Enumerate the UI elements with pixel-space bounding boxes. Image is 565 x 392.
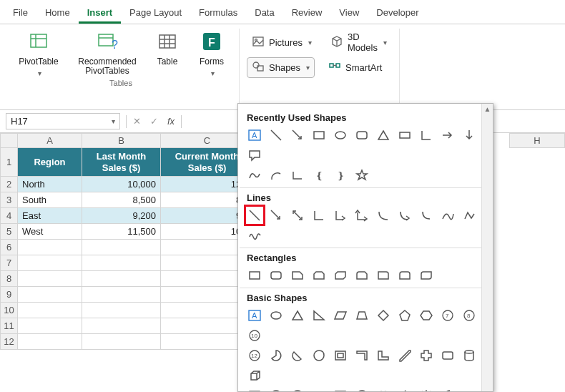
scroll-up-icon[interactable]: ▲	[482, 104, 493, 113]
line-icon[interactable]	[268, 127, 284, 143]
flowchart-rect-icon[interactable]	[397, 127, 413, 143]
rect-shape[interactable]	[247, 268, 262, 283]
half-frame-shape[interactable]	[354, 348, 370, 363]
hexagon-shape[interactable]	[418, 308, 434, 323]
scrollbar[interactable]: ▲	[481, 104, 493, 391]
col-header-a[interactable]: A	[18, 134, 82, 148]
right-triangle-shape[interactable]	[311, 308, 327, 323]
row-header-2[interactable]: 2	[1, 177, 18, 192]
plaque-shape[interactable]	[440, 348, 456, 363]
tab-view[interactable]: View	[330, 3, 368, 24]
fx-icon[interactable]: fx	[164, 116, 178, 127]
col-header-h[interactable]: H	[510, 134, 565, 148]
row-header-6[interactable]: 6	[1, 240, 18, 255]
lightning-shape[interactable]	[397, 388, 413, 392]
cell[interactable]: West	[18, 224, 82, 240]
arc-icon[interactable]	[268, 167, 284, 183]
name-box[interactable]: H17 ▾	[6, 113, 120, 129]
tab-formulas[interactable]: Formulas	[190, 3, 246, 24]
frame-shape[interactable]	[333, 348, 348, 363]
tab-file[interactable]: File	[4, 3, 36, 24]
textbox-icon[interactable]: A	[247, 127, 262, 143]
row-header-9[interactable]: 9	[1, 287, 18, 303]
pentagon-shape[interactable]	[397, 308, 413, 323]
triangle-shape[interactable]	[290, 308, 305, 323]
cancel-icon[interactable]: ✕	[129, 116, 144, 127]
pie-shape[interactable]	[268, 348, 284, 363]
diamond-shape[interactable]	[375, 308, 391, 323]
bevel-shape[interactable]	[247, 388, 262, 392]
triangle-icon[interactable]	[375, 127, 391, 143]
parallelogram-shape[interactable]	[333, 308, 348, 323]
oval-shape[interactable]	[268, 308, 284, 323]
row-header-10[interactable]: 10	[1, 303, 18, 318]
elbow-arrow-shape[interactable]	[333, 207, 348, 223]
chord-shape[interactable]	[290, 348, 305, 363]
rounded-rect-shape[interactable]	[268, 268, 284, 283]
teardrop-shape[interactable]	[311, 348, 327, 363]
connector-l-icon[interactable]	[418, 127, 434, 143]
left-brace-icon[interactable]: ❴	[311, 167, 327, 183]
line-arrow-shape[interactable]	[268, 207, 284, 223]
heptagon-shape[interactable]: 7	[440, 308, 456, 323]
3d-models-button[interactable]: 3D Models ▾	[325, 29, 392, 56]
line-double-arrow-shape[interactable]	[290, 207, 305, 223]
can-shape[interactable]	[461, 348, 477, 363]
round-single-rect-shape[interactable]	[375, 268, 391, 283]
table-button[interactable]: Table	[147, 29, 187, 67]
textbox-shape[interactable]: A	[247, 308, 262, 323]
cell[interactable]: South	[18, 192, 82, 208]
donut-shape[interactable]	[268, 388, 284, 392]
tab-home[interactable]: Home	[36, 3, 79, 24]
oval-icon[interactable]	[333, 127, 348, 143]
elbow-double-arrow-shape[interactable]	[354, 207, 370, 223]
dodecagon-shape[interactable]: 12	[247, 348, 262, 363]
turn-line-icon[interactable]	[290, 167, 305, 183]
row-header-1[interactable]: 1	[1, 148, 18, 177]
snip-single-rect-shape[interactable]	[290, 268, 305, 283]
row-header-12[interactable]: 12	[1, 334, 18, 350]
folded-corner-shape[interactable]	[333, 388, 348, 392]
freeform-shape[interactable]	[461, 207, 477, 223]
cell[interactable]: 9,200	[82, 208, 161, 224]
freeform-icon[interactable]	[247, 167, 262, 183]
elbow-connector-shape[interactable]	[311, 207, 327, 223]
star-icon[interactable]	[354, 167, 370, 183]
shapes-button[interactable]: Shapes ▾	[247, 57, 315, 78]
sun-shape[interactable]	[418, 388, 434, 392]
block-arc-shape[interactable]	[311, 388, 327, 392]
cell[interactable]: North	[18, 177, 82, 192]
callout-icon[interactable]	[247, 147, 262, 163]
no-symbol-shape[interactable]	[290, 388, 305, 392]
line-shape[interactable]	[247, 207, 262, 223]
curve-connector-shape[interactable]	[375, 207, 391, 223]
cell[interactable]: 10,000	[82, 177, 161, 192]
l-shape[interactable]	[375, 348, 391, 363]
chevron-down-icon[interactable]: ▾	[112, 117, 115, 125]
rectangle-icon[interactable]	[311, 127, 327, 143]
tab-review[interactable]: Review	[283, 3, 331, 24]
rounded-rect-icon[interactable]	[354, 127, 370, 143]
cell[interactable]: 8,500	[82, 192, 161, 208]
row-header-11[interactable]: 11	[1, 318, 18, 334]
smartart-button[interactable]: SmartArt	[323, 57, 387, 78]
row-header-4[interactable]: 4	[1, 208, 18, 224]
decagon-shape[interactable]: 10	[247, 328, 262, 343]
scribble-shape[interactable]	[247, 227, 262, 243]
arrow-line-icon[interactable]	[290, 127, 305, 143]
tab-data[interactable]: Data	[246, 3, 282, 24]
arrow-down-icon[interactable]	[461, 127, 477, 143]
freeform-curve-shape[interactable]	[440, 207, 456, 223]
tab-page-layout[interactable]: Page Layout	[121, 3, 190, 24]
recommended-pivottables-button[interactable]: ? Recommended PivotTables	[72, 29, 143, 76]
diagonal-stripe-shape[interactable]	[397, 348, 413, 363]
row-header-5[interactable]: 5	[1, 224, 18, 240]
cloud-shape[interactable]	[461, 388, 477, 392]
round-same-rect-shape[interactable]	[397, 268, 413, 283]
cell[interactable]: East	[18, 208, 82, 224]
forms-button[interactable]: F Forms ▾	[192, 29, 232, 77]
trapezoid-shape[interactable]	[354, 308, 370, 323]
curve-double-arrow-shape[interactable]	[418, 207, 434, 223]
cell[interactable]: 11,500	[82, 224, 161, 240]
heart-shape[interactable]	[375, 388, 391, 392]
